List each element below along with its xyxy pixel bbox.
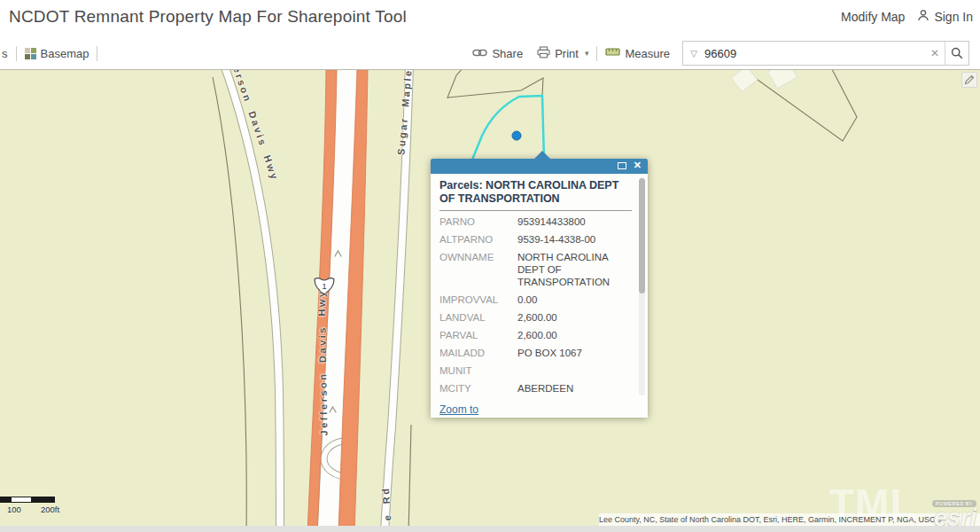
- field-value: PO BOX 1067: [517, 347, 634, 359]
- field-value: 9539-14-4338-00: [517, 233, 634, 246]
- print-label: Print: [555, 47, 579, 60]
- field-value: [517, 364, 634, 377]
- selected-parcel-highlight[interactable]: [472, 96, 544, 160]
- ruler-icon: [605, 46, 620, 60]
- page-title: NCDOT Remnant Property Map For Sharepoin…: [9, 7, 407, 27]
- field-label: MCITY: [439, 382, 517, 395]
- table-row: PARVAL 2,600.00: [439, 326, 634, 344]
- clear-search-icon[interactable]: ✕: [925, 47, 945, 59]
- search-submit-button[interactable]: [945, 42, 968, 66]
- feature-popup: ✕ Parcels: NORTH CAROLINA DEPT OF TRANSP…: [431, 159, 648, 418]
- popup-scrollbar[interactable]: [639, 177, 645, 395]
- modify-map-link[interactable]: Modify Map: [841, 10, 905, 24]
- scrollbar-thumb[interactable]: [639, 178, 645, 293]
- popup-title: Parcels: NORTH CAROLINA DEPT OF TRANSPOR…: [439, 179, 634, 206]
- search-input[interactable]: [704, 47, 925, 60]
- search-icon: [951, 47, 963, 59]
- popup-footer: Zoom to: [431, 398, 648, 418]
- pencil-icon: [964, 74, 975, 85]
- bottom-edge-strip: [0, 526, 980, 532]
- field-value: NORTH CAROLINA DEPT OF TRANSPORTATION: [517, 251, 634, 288]
- sign-in-link[interactable]: Sign In: [917, 9, 973, 24]
- field-value: 0.00: [517, 293, 634, 306]
- table-row: MCITY ABERDEEN: [439, 379, 634, 397]
- table-row: LANDVAL 2,600.00: [439, 309, 634, 326]
- toolbar-divider: [596, 46, 597, 61]
- table-row: IMPROVVAL 0.00: [439, 291, 634, 309]
- scale-label-200ft: 200ft: [41, 505, 59, 514]
- field-value: ABERDEEN: [517, 382, 634, 395]
- map-viewport[interactable]: 1 erson Davis Hwy Jefferson Davis Hwy Su…: [0, 69, 980, 532]
- ncdot-map-app: NCDOT Remnant Property Map For Sharepoin…: [0, 0, 980, 532]
- field-label: MUNIT: [439, 364, 517, 377]
- field-label: MAILADD: [439, 347, 517, 359]
- search-box: ▽ ✕: [682, 41, 969, 66]
- field-value: 953914433800: [517, 215, 634, 228]
- app-header: NCDOT Remnant Property Map For Sharepoin…: [0, 0, 980, 37]
- printer-icon: [537, 46, 550, 61]
- table-row: ALTPARNO 9539-14-4338-00: [439, 231, 634, 248]
- field-label: OWNNAME: [439, 251, 517, 288]
- measure-label: Measure: [625, 47, 670, 60]
- share-label: Share: [492, 47, 523, 60]
- field-label: LANDVAL: [439, 311, 517, 324]
- field-label: PARNO: [439, 215, 517, 228]
- toolbar-divider: [97, 46, 97, 61]
- share-button[interactable]: Share: [472, 47, 523, 60]
- field-label: PARVAL: [439, 329, 517, 341]
- selected-point-marker[interactable]: [512, 131, 521, 140]
- map-toolbar: s Basemap Share Print ▾: [0, 37, 980, 69]
- popup-header[interactable]: ✕: [431, 159, 648, 174]
- table-row: PARNO 953914433800: [439, 213, 634, 231]
- link-icon: [472, 47, 487, 60]
- table-row: MUNIT: [439, 362, 634, 379]
- esri-logo: POWERED BY esri: [920, 493, 976, 527]
- basemap-button[interactable]: Basemap: [25, 47, 89, 60]
- scale-label-100: 100: [7, 505, 21, 514]
- sign-in-label: Sign In: [934, 10, 973, 24]
- popup-pointer: [534, 151, 550, 159]
- field-label: IMPROVVAL: [439, 293, 517, 306]
- maximize-icon[interactable]: [618, 162, 626, 169]
- field-value: 2,600.00: [517, 311, 634, 324]
- edit-map-button[interactable]: [961, 72, 977, 88]
- measure-button[interactable]: Measure: [605, 46, 670, 60]
- table-row: OWNNAME NORTH CAROLINA DEPT OF TRANSPORT…: [439, 248, 634, 291]
- truncated-left-item[interactable]: s: [2, 47, 8, 60]
- building-footprints: [731, 70, 797, 92]
- close-icon[interactable]: ✕: [634, 160, 642, 171]
- chevron-down-icon: ▾: [585, 49, 589, 58]
- zoom-to-link[interactable]: Zoom to: [439, 403, 478, 416]
- table-row: MAILADD PO BOX 1067: [439, 344, 634, 362]
- toolbar-divider: [16, 46, 17, 61]
- search-options-caret-icon[interactable]: ▽: [683, 49, 704, 59]
- print-button[interactable]: Print ▾: [537, 46, 588, 61]
- field-label: ALTPARNO: [439, 233, 517, 246]
- person-icon: [917, 9, 929, 24]
- basemap-grid-icon: [25, 48, 36, 59]
- basemap-label: Basemap: [41, 47, 89, 60]
- scale-bar: [0, 497, 55, 503]
- popup-title-divider: [439, 210, 632, 211]
- popup-body: Parcels: NORTH CAROLINA DEPT OF TRANSPOR…: [431, 174, 648, 398]
- field-value: 2,600.00: [517, 329, 634, 341]
